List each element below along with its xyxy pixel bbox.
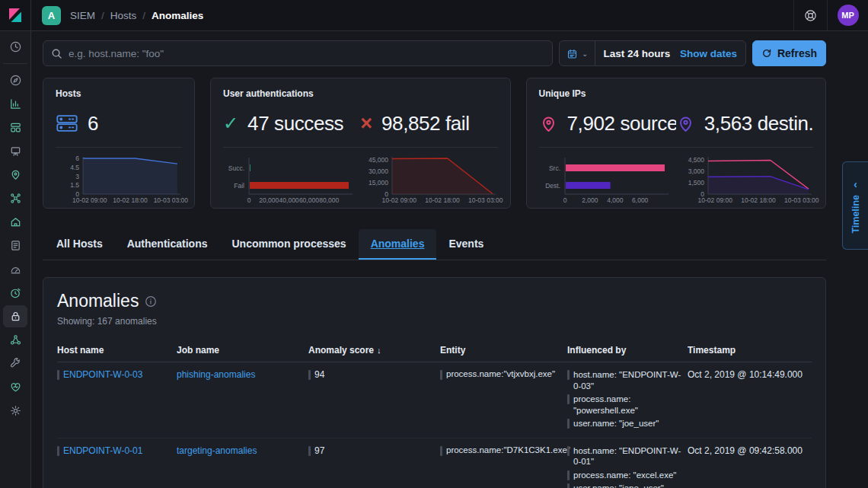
sidebar-item-discover[interactable] <box>3 69 27 91</box>
column-entity[interactable]: Entity <box>440 340 567 362</box>
auth-fail-stat: × 98,852 fail <box>360 110 497 137</box>
ips-source-stat: 7,902 source <box>539 110 676 137</box>
refresh-button[interactable]: Refresh <box>752 40 826 66</box>
show-dates-link[interactable]: Show dates <box>680 48 745 59</box>
search-input[interactable] <box>69 48 544 59</box>
gear-icon <box>9 404 22 417</box>
compass-icon <box>9 74 22 87</box>
storage-icon <box>56 112 78 135</box>
drag-handle[interactable] <box>567 446 570 456</box>
auth-success-value: 47 success <box>247 112 343 136</box>
uptime-icon <box>9 286 22 299</box>
anomalies-panel: Anomalies Showing: 167 anomalies Host na… <box>43 277 826 488</box>
svg-text:4,500: 4,500 <box>688 156 704 164</box>
sidebar-item-dev-tools[interactable] <box>3 352 27 375</box>
breadcrumb: SIEM / Hosts / Anomalies <box>70 10 203 21</box>
svg-text:15,000: 15,000 <box>369 179 388 187</box>
main-content: ⌄ Last 24 hours Show dates Refresh Hosts <box>31 31 826 488</box>
sidebar-item-siem[interactable] <box>3 305 27 327</box>
breadcrumb-siem[interactable]: SIEM <box>70 10 95 21</box>
influenced-by-item: process.name: "excel.exe" <box>573 470 681 481</box>
breadcrumb-hosts[interactable]: Hosts <box>110 10 137 21</box>
svg-text:Dest.: Dest. <box>545 182 560 190</box>
drag-handle[interactable] <box>567 483 570 488</box>
timeline-toggle-button[interactable]: ‹ Timeline <box>842 161 868 250</box>
drag-handle[interactable] <box>567 419 570 429</box>
space-avatar[interactable]: A <box>42 6 61 25</box>
svg-text:Src.: Src. <box>548 164 560 172</box>
tab-authentications[interactable]: Authentications <box>115 229 220 260</box>
tab-all-hosts[interactable]: All Hosts <box>44 229 115 260</box>
influenced-by-item: process.name: "powershell.exe" <box>573 394 681 416</box>
bar-chart-icon <box>9 97 22 110</box>
drag-handle[interactable] <box>440 370 442 380</box>
sidebar-item-visualize[interactable] <box>3 93 27 115</box>
timestamp-value: Oct 2, 2019 @ 10:14:49.000 <box>688 369 803 380</box>
user-menu-button[interactable]: MP <box>827 0 868 30</box>
info-icon[interactable] <box>145 295 157 308</box>
drag-handle[interactable] <box>567 394 570 404</box>
entity-value: process.name:"D7K1C3K1.exe" <box>446 445 570 455</box>
hosts-count: 6 <box>88 112 98 136</box>
source-pin-icon <box>539 114 558 133</box>
column-anomaly-score[interactable]: Anomaly score↓ <box>308 340 440 362</box>
sidebar-item-logs[interactable] <box>3 234 27 257</box>
column-job-name[interactable]: Job name <box>177 340 308 362</box>
sidebar-item-canvas[interactable] <box>3 140 27 162</box>
tab-anomalies[interactable]: Anomalies <box>359 229 437 260</box>
drag-handle[interactable] <box>567 370 570 380</box>
column-influenced-by[interactable]: Influenced by <box>567 340 688 362</box>
job-name-link[interactable]: targeting-anomalies <box>177 445 257 456</box>
sidebar-item-uptime[interactable] <box>3 282 27 304</box>
sidebar-item-management[interactable] <box>3 400 27 422</box>
sidebar-item-recently-viewed[interactable] <box>3 36 27 58</box>
svg-text:6,000: 6,000 <box>632 196 649 204</box>
tab-events[interactable]: Events <box>436 229 496 260</box>
sidebar-item-infrastructure[interactable] <box>3 211 27 233</box>
column-timestamp[interactable]: Timestamp <box>688 340 812 362</box>
drag-handle[interactable] <box>308 370 311 380</box>
drag-handle[interactable] <box>440 446 442 456</box>
drag-handle[interactable] <box>567 470 570 480</box>
hosts-over-time-chart: 64.531.5010-02 09:0010-02 18:0010-03 03:… <box>56 155 182 204</box>
drag-handle[interactable] <box>57 446 59 456</box>
host-name-link[interactable]: ENDPOINT-W-0-01 <box>63 445 142 456</box>
svg-text:3,000: 3,000 <box>688 167 704 175</box>
tab-uncommon-processes[interactable]: Uncommon processes <box>219 229 358 260</box>
wrench-icon <box>9 357 22 370</box>
cross-icon: × <box>360 113 372 134</box>
anomaly-score-value: 94 <box>314 369 324 380</box>
sidebar-item-machine-learning[interactable] <box>3 187 27 209</box>
svg-text:40,000: 40,000 <box>279 196 299 204</box>
svg-text:60,000: 60,000 <box>299 196 319 204</box>
column-host-name[interactable]: Host name <box>57 340 177 362</box>
sidebar-item-graph[interactable] <box>3 329 27 351</box>
kibana-logo[interactable] <box>0 0 31 30</box>
date-quick-select-button[interactable]: ⌄ <box>560 41 595 65</box>
host-name-link[interactable]: ENDPOINT-W-0-03 <box>63 369 142 380</box>
ips-destination-stat: 3,563 destin... <box>676 110 813 137</box>
logs-icon <box>9 239 22 252</box>
drag-handle[interactable] <box>308 446 311 456</box>
influenced-by-item: user.name: "joe_user" <box>573 418 681 429</box>
breadcrumb-separator: / <box>101 10 104 21</box>
svg-text:10-02 18:00: 10-02 18:00 <box>426 196 461 204</box>
svg-text:10-03 03:00: 10-03 03:00 <box>468 196 503 204</box>
hosts-card-title: Hosts <box>56 88 182 99</box>
chevron-down-icon: ⌄ <box>582 49 588 58</box>
ips-over-time-chart: 4,5003,0001,500010-02 09:0010-02 18:0010… <box>681 155 813 204</box>
sidebar-item-dashboard[interactable] <box>3 116 27 139</box>
svg-text:10-02 09:00: 10-02 09:00 <box>382 196 417 204</box>
sidebar-item-apm[interactable] <box>3 258 27 280</box>
job-name-link[interactable]: phishing-anomalies <box>177 369 255 380</box>
drag-handle[interactable] <box>57 370 59 380</box>
map-pin-icon <box>9 168 22 181</box>
lock-icon <box>9 310 22 323</box>
sidebar-item-stack-monitoring[interactable] <box>3 376 27 398</box>
help-button[interactable] <box>793 0 827 30</box>
date-range-label[interactable]: Last 24 hours <box>595 48 678 59</box>
sidebar-divider <box>3 63 27 64</box>
sidebar-item-maps[interactable] <box>3 164 27 186</box>
unique-ips-card: Unique IPs 7,902 source 3,563 destin... … <box>526 78 827 209</box>
svg-text:10-02 09:00: 10-02 09:00 <box>697 196 732 204</box>
